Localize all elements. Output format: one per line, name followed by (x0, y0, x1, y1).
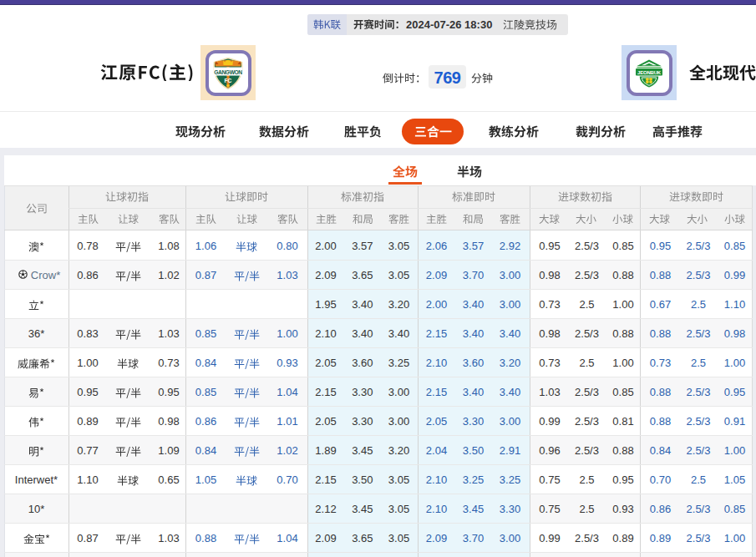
svg-text:GANGWON: GANGWON (214, 69, 242, 75)
svg-text:JEONBUK: JEONBUK (637, 70, 662, 75)
svg-text:FC: FC (225, 78, 232, 84)
